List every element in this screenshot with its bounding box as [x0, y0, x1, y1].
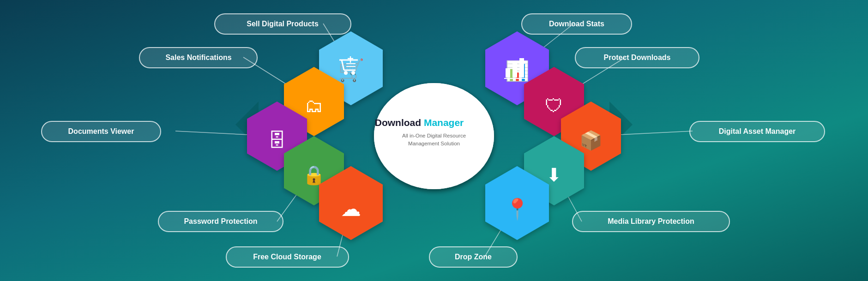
svg-text:📦: 📦	[579, 129, 603, 151]
svg-marker-39	[524, 136, 584, 205]
background: 🛒 📊 🗂 🛡 🗄 📦 🔒 ⬇ ☁	[0, 0, 868, 281]
svg-text:🔒: 🔒	[302, 164, 326, 186]
center-card	[374, 83, 494, 189]
svg-marker-43	[485, 166, 549, 240]
svg-rect-51	[522, 14, 632, 34]
svg-text:Download
         Manager: Download Manager	[375, 117, 464, 128]
svg-rect-56	[158, 211, 283, 232]
svg-text:Management Solution: Management Solution	[408, 141, 460, 146]
svg-marker-3	[609, 102, 633, 148]
svg-rect-53	[575, 48, 699, 68]
svg-point-21	[312, 168, 316, 173]
label-protect-downloads: Protect Downloads	[604, 54, 671, 61]
svg-text:🗄: 🗄	[268, 130, 286, 150]
svg-point-69	[344, 71, 348, 75]
svg-marker-35	[561, 102, 621, 171]
svg-text:All in-One Digital Resource: All in-One Digital Resource	[404, 135, 464, 141]
svg-marker-2	[249, 102, 277, 148]
svg-text:Manager: Manager	[430, 120, 470, 130]
label-download-stats: Download Stats	[549, 20, 604, 28]
svg-marker-25	[319, 31, 383, 105]
svg-text:⬇: ⬇	[546, 165, 562, 185]
svg-marker-33	[247, 102, 307, 171]
svg-rect-58	[226, 247, 349, 267]
svg-rect-52	[139, 48, 257, 68]
svg-line-9	[175, 131, 277, 136]
svg-text:📍: 📍	[505, 197, 530, 221]
svg-marker-27	[485, 31, 549, 105]
svg-point-23	[349, 201, 353, 205]
label-password-protection: Password Protection	[184, 217, 257, 225]
svg-text:🗂: 🗂	[305, 96, 323, 116]
svg-marker-31	[524, 67, 584, 136]
svg-point-16	[515, 66, 519, 71]
label-drop-zone: Drop Zone	[455, 253, 492, 261]
svg-point-60	[375, 84, 493, 187]
svg-text:🛡: 🛡	[545, 96, 563, 116]
svg-line-65	[342, 60, 344, 70]
svg-rect-57	[573, 211, 729, 232]
svg-marker-1	[235, 102, 259, 148]
center-subtitle-line1: All in-One Digital Resource	[404, 132, 464, 137]
svg-point-19	[275, 134, 279, 138]
svg-line-13	[337, 203, 351, 257]
diagram-svg: 🛒 📊 🗂 🛡 🗄 📦 🔒 ⬇ ☁	[0, 0, 868, 281]
svg-text:Management Solution: Management Solution	[409, 143, 458, 148]
svg-rect-55	[690, 121, 825, 142]
svg-marker-29	[284, 67, 344, 136]
svg-line-8	[554, 57, 626, 102]
svg-line-12	[554, 171, 582, 221]
svg-rect-73	[506, 68, 510, 78]
svg-rect-54	[42, 121, 161, 142]
svg-text:All in-One Digital Resource: All in-One Digital Resource	[402, 133, 466, 138]
svg-text:📊: 📊	[505, 60, 530, 83]
svg-rect-74	[512, 63, 517, 78]
svg-point-22	[552, 168, 556, 173]
svg-line-14	[485, 203, 517, 257]
svg-line-5	[323, 24, 351, 68]
svg-point-24	[515, 201, 519, 205]
svg-point-45	[374, 83, 494, 189]
svg-point-15	[349, 66, 353, 71]
svg-marker-41	[319, 166, 383, 240]
svg-text:☁: ☁	[341, 197, 361, 220]
label-sell-digital-products: Sell Digital Products	[247, 20, 319, 28]
svg-line-10	[591, 131, 693, 136]
svg-rect-50	[215, 14, 351, 34]
svg-point-70	[351, 71, 355, 75]
svg-rect-59	[429, 247, 517, 267]
svg-marker-4	[591, 102, 619, 148]
svg-line-6	[517, 24, 574, 68]
svg-rect-0	[0, 0, 868, 281]
svg-rect-75	[519, 58, 524, 78]
label-digital-asset-manager: Digital Asset Manager	[719, 127, 796, 135]
svg-text:Download: Download	[398, 120, 444, 130]
svg-line-11	[277, 171, 314, 221]
label-sales-notifications: Sales Notifications	[165, 54, 231, 61]
svg-text:🛒: 🛒	[338, 58, 365, 83]
svg-point-18	[552, 99, 556, 104]
label-free-cloud-storage: Free Cloud Storage	[253, 253, 321, 261]
svg-point-20	[589, 134, 593, 138]
svg-point-17	[312, 99, 316, 104]
label-documents-viewer: Documents Viewer	[68, 127, 134, 135]
svg-marker-37	[284, 136, 344, 205]
center-subtitle-line2: Management Solution	[409, 139, 458, 145]
center-title-black: Download	[410, 113, 458, 125]
svg-line-7	[243, 57, 314, 102]
label-media-library-protection: Media Library Protection	[608, 217, 694, 225]
